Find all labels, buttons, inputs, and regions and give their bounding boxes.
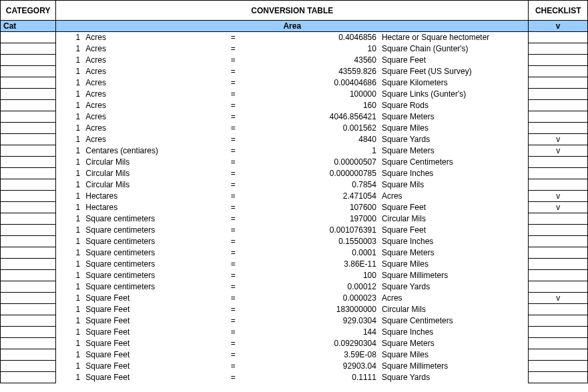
cell-from-unit[interactable]: Square centimeters — [83, 213, 208, 225]
cell-value[interactable]: 3.86E-11 — [258, 259, 379, 270]
cell-checklist[interactable] — [529, 66, 588, 77]
cell-qty[interactable]: 1 — [56, 202, 83, 213]
cell-to-unit[interactable]: Square Mils — [379, 179, 529, 191]
cell-qty[interactable]: 1 — [56, 293, 83, 304]
cell-value[interactable]: 0.7854 — [258, 179, 379, 191]
cell-checklist[interactable] — [529, 372, 588, 383]
cell-qty[interactable]: 1 — [56, 259, 83, 270]
cell-checklist[interactable] — [529, 123, 588, 134]
cell-to-unit[interactable]: Square Yards — [379, 134, 529, 145]
cell-to-unit[interactable]: Square Millimeters — [379, 361, 529, 372]
cell-to-unit[interactable]: Square Centimeters — [379, 315, 529, 327]
cell-to-unit[interactable]: Square Yards — [379, 372, 529, 383]
cell-category[interactable] — [1, 236, 56, 247]
cell-to-unit[interactable]: Square Miles — [379, 123, 529, 134]
cell-value[interactable]: 144 — [258, 327, 379, 338]
cell-category[interactable] — [1, 315, 56, 327]
cell-from-unit[interactable]: Square Feet — [83, 349, 208, 361]
cell-qty[interactable]: 1 — [56, 213, 83, 225]
cell-checklist[interactable] — [529, 179, 588, 191]
cell-from-unit[interactable]: Square Feet — [83, 293, 208, 304]
cell-category[interactable] — [1, 372, 56, 383]
cell-qty[interactable]: 1 — [56, 145, 83, 157]
cell-from-unit[interactable]: Hectares — [83, 202, 208, 213]
cell-to-unit[interactable]: Square Rods — [379, 100, 529, 111]
cell-checklist[interactable]: v — [529, 134, 588, 145]
cell-qty[interactable]: 1 — [56, 89, 83, 100]
cell-value[interactable]: 0.001076391 — [258, 225, 379, 236]
cell-category[interactable] — [1, 247, 56, 259]
cell-to-unit[interactable]: Square Chain (Gunter's) — [379, 43, 529, 55]
cell-value[interactable]: 100000 — [258, 89, 379, 100]
cell-qty[interactable]: 1 — [56, 111, 83, 123]
cell-to-unit[interactable]: Circular Mils — [379, 304, 529, 315]
cell-category[interactable] — [1, 327, 56, 338]
cell-qty[interactable]: 1 — [56, 327, 83, 338]
cell-value[interactable]: 0.000000785 — [258, 168, 379, 179]
cell-checklist[interactable] — [529, 213, 588, 225]
cell-category[interactable] — [1, 270, 56, 281]
cell-to-unit[interactable]: Hectare or Square hectometer — [379, 32, 529, 43]
cell-from-unit[interactable]: Acres — [83, 43, 208, 55]
cell-qty[interactable]: 1 — [56, 304, 83, 315]
cell-category[interactable] — [1, 134, 56, 145]
cell-to-unit[interactable]: Square Millimeters — [379, 270, 529, 281]
cell-from-unit[interactable]: Square centimeters — [83, 247, 208, 259]
cell-qty[interactable]: 1 — [56, 236, 83, 247]
cell-checklist[interactable] — [529, 89, 588, 100]
cell-value[interactable]: 0.4046856 — [258, 32, 379, 43]
cell-value[interactable]: 929.0304 — [258, 315, 379, 327]
cell-category[interactable] — [1, 293, 56, 304]
cell-category[interactable] — [1, 191, 56, 202]
cell-from-unit[interactable]: Circular Mils — [83, 168, 208, 179]
cell-qty[interactable]: 1 — [56, 338, 83, 349]
cell-value[interactable]: 183000000 — [258, 304, 379, 315]
cell-from-unit[interactable]: Acres — [83, 32, 208, 43]
cell-qty[interactable]: 1 — [56, 191, 83, 202]
cell-category[interactable] — [1, 157, 56, 168]
cell-value[interactable]: 3.59E-08 — [258, 349, 379, 361]
cell-checklist[interactable] — [529, 259, 588, 270]
cell-to-unit[interactable]: Square Miles — [379, 259, 529, 270]
cell-value[interactable]: 92903.04 — [258, 361, 379, 372]
cell-value[interactable]: 0.09290304 — [258, 338, 379, 349]
cell-category[interactable] — [1, 145, 56, 157]
cell-qty[interactable]: 1 — [56, 315, 83, 327]
cell-qty[interactable]: 1 — [56, 179, 83, 191]
cell-category[interactable] — [1, 55, 56, 66]
cell-qty[interactable]: 1 — [56, 361, 83, 372]
cell-value[interactable]: 4840 — [258, 134, 379, 145]
cell-qty[interactable]: 1 — [56, 349, 83, 361]
cell-category[interactable] — [1, 32, 56, 43]
cell-checklist[interactable] — [529, 157, 588, 168]
cell-category[interactable] — [1, 89, 56, 100]
cell-value[interactable]: 0.00000507 — [258, 157, 379, 168]
cell-from-unit[interactable]: Square Feet — [83, 338, 208, 349]
cell-qty[interactable]: 1 — [56, 100, 83, 111]
cell-value[interactable]: 0.00404686 — [258, 77, 379, 89]
cell-from-unit[interactable]: Square Feet — [83, 372, 208, 383]
cell-to-unit[interactable]: Square Feet (US Survey) — [379, 66, 529, 77]
cell-checklist[interactable] — [529, 100, 588, 111]
cell-category[interactable] — [1, 259, 56, 270]
cell-to-unit[interactable]: Square Feet — [379, 225, 529, 236]
cell-checklist[interactable] — [529, 349, 588, 361]
cell-to-unit[interactable]: Square Meters — [379, 247, 529, 259]
cell-value[interactable]: 10 — [258, 43, 379, 55]
cell-checklist[interactable] — [529, 111, 588, 123]
cell-from-unit[interactable]: Square centimeters — [83, 225, 208, 236]
cell-category[interactable] — [1, 349, 56, 361]
cell-value[interactable]: 0.0001 — [258, 247, 379, 259]
cell-qty[interactable]: 1 — [56, 43, 83, 55]
cell-checklist[interactable] — [529, 168, 588, 179]
cell-value[interactable]: 4046.856421 — [258, 111, 379, 123]
cell-category[interactable] — [1, 225, 56, 236]
cell-checklist[interactable] — [529, 304, 588, 315]
cell-to-unit[interactable]: Square Kilometers — [379, 77, 529, 89]
cell-to-unit[interactable]: Square Centimeters — [379, 157, 529, 168]
cell-qty[interactable]: 1 — [56, 372, 83, 383]
cell-checklist[interactable] — [529, 270, 588, 281]
cell-to-unit[interactable]: Square Feet — [379, 55, 529, 66]
cell-value[interactable]: 43559.826 — [258, 66, 379, 77]
cell-category[interactable] — [1, 304, 56, 315]
